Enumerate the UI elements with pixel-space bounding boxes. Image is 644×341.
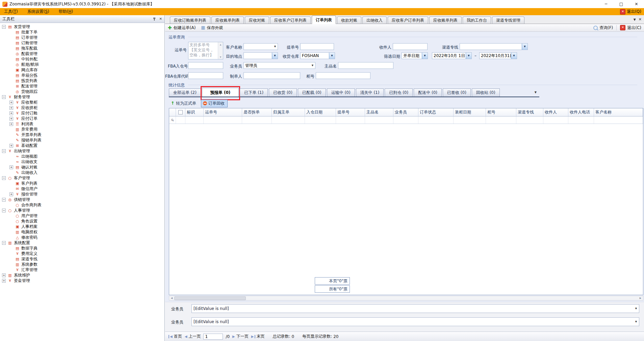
fba-no-input[interactable] — [188, 62, 223, 69]
tree-item[interactable]: +¥应收整柜 — [0, 100, 164, 105]
column-header[interactable]: 运单号 — [204, 108, 242, 116]
create-waybill-button[interactable]: ✚ 创建运单(A) — [168, 25, 196, 31]
collapse-expander-icon[interactable]: − — [2, 198, 6, 202]
collapse-expander-icon[interactable]: − — [2, 25, 6, 29]
column-header[interactable]: 归属主单 — [272, 108, 305, 116]
expand-expander-icon[interactable]: + — [9, 106, 13, 110]
salesman-edit-combo[interactable]: [EditValue is null] ▼ — [191, 317, 639, 326]
stat-tab[interactable]: 运输中 (0) — [327, 88, 355, 97]
column-header[interactable]: 柜号 — [486, 108, 516, 116]
salesman-edit-combo[interactable]: [EditValue is null] ▼ — [191, 304, 639, 313]
select-all-checkbox[interactable] — [178, 110, 183, 114]
sidebar-close-icon[interactable]: ✕ — [159, 17, 162, 21]
tab-10[interactable]: 我的工作台 — [463, 17, 491, 24]
tree-item[interactable]: ▥异常费用 — [0, 127, 164, 132]
container-no-input[interactable] — [316, 72, 370, 79]
tree-item[interactable]: ¥费用定义 — [0, 251, 164, 256]
stat-tabs-dropdown-icon[interactable]: ▼ — [532, 91, 539, 94]
stat-tab[interactable]: 已下单 (1) — [240, 88, 268, 97]
tree-item[interactable]: −¥出纳管理 — [0, 148, 164, 154]
tab-3[interactable]: 应收对账 — [245, 17, 269, 24]
chevron-down-icon[interactable]: ▼ — [633, 318, 639, 326]
tree-item[interactable]: ▣人事档案 — [0, 224, 164, 229]
page-number-input[interactable]: 1 — [203, 334, 223, 340]
chevron-down-icon[interactable]: ▼ — [273, 44, 278, 50]
tree-item[interactable]: ▥系统参数 — [0, 262, 164, 267]
tree-item[interactable]: ▤中转外配 — [0, 56, 164, 62]
expand-expander-icon[interactable]: + — [9, 144, 13, 148]
stat-tab[interactable]: 预报单 (0) — [202, 88, 239, 97]
tab-close-icon[interactable]: ✕ — [639, 17, 642, 22]
tree-item[interactable]: ▤渠道专线 — [0, 256, 164, 262]
tree-item[interactable]: +▤确认对账 — [0, 164, 164, 170]
menu-item[interactable]: 工具(T) — [4, 9, 18, 15]
tree-item[interactable]: ▤批量下单 — [0, 29, 164, 35]
fba-code-input[interactable] — [188, 72, 223, 79]
tab-1[interactable]: 应收订舱账单列表 — [170, 17, 210, 24]
scroll-right-icon[interactable]: ▶ — [638, 297, 643, 299]
chevron-down-icon[interactable]: ▼ — [329, 53, 335, 59]
stat-tab[interactable]: 配送中 (0) — [414, 88, 442, 97]
collapse-expander-icon[interactable]: − — [2, 176, 6, 180]
filter-cell[interactable] — [486, 116, 516, 124]
filter-cell[interactable] — [365, 116, 393, 124]
stat-tab[interactable]: 全部运单 (2) — [169, 88, 201, 97]
filter-cell[interactable] — [185, 116, 204, 124]
maximize-button-icon[interactable]: □ — [614, 0, 629, 8]
column-header[interactable]: 提单号 — [336, 108, 365, 116]
column-header[interactable]: 标识 — [185, 108, 204, 116]
collapse-expander-icon[interactable]: − — [2, 149, 6, 153]
tree-item[interactable]: +⊞基础配置 — [0, 143, 164, 148]
column-header[interactable]: 收件人电话 — [568, 108, 594, 116]
waybill-no-input[interactable]: 支持多单号【英文逗号，空格，换行】 ▲▼ — [188, 42, 223, 59]
tree-item[interactable]: ◎船期/航班 — [0, 62, 164, 67]
tree-item[interactable]: ○角色设置 — [0, 218, 164, 224]
filter-cell[interactable] — [568, 116, 594, 124]
stat-tab[interactable]: 已到仓 (0) — [385, 88, 413, 97]
tree-item[interactable]: −◎供销管理 — [0, 197, 164, 202]
filter-cell[interactable] — [204, 116, 242, 124]
tree-item[interactable]: ¥汇率管理 — [0, 267, 164, 272]
filter-cell[interactable] — [454, 116, 486, 124]
first-page-button[interactable]: ◀ 首页 — [169, 334, 182, 339]
tab-scroll-down-icon[interactable]: ▼ — [634, 18, 636, 21]
tree-item[interactable]: −¥财务管理 — [0, 94, 164, 100]
receiver-input[interactable] — [393, 43, 428, 50]
query-button[interactable]: 查询(F) — [593, 25, 613, 31]
tree-item[interactable]: ▤数据字典 — [0, 245, 164, 251]
doc-maker-input[interactable] — [243, 72, 300, 79]
tree-item[interactable]: ✎报销单列表 — [0, 137, 164, 143]
column-header[interactable]: 业务员 — [393, 108, 418, 116]
tab-2[interactable]: 应收账单列表 — [211, 17, 244, 24]
last-page-button[interactable]: ▶ 末页 — [251, 334, 265, 339]
next-page-button[interactable]: ▶ 下一页 — [232, 334, 249, 339]
tree-item[interactable]: −○客户管理 — [0, 175, 164, 181]
stat-tab[interactable]: 已签收 (0) — [443, 88, 471, 97]
save-appearance-button[interactable]: ▦ 保存外观 — [201, 25, 223, 31]
salesman-combo[interactable]: 管理员 ▼ — [243, 62, 315, 69]
menu-item[interactable]: 帮助(H) — [59, 9, 73, 15]
stat-tab[interactable]: 回收站 (0) — [472, 88, 500, 97]
expand-expander-icon[interactable]: + — [2, 279, 6, 283]
tree-item[interactable]: ▤单箱分拣 — [0, 73, 164, 78]
stat-tab[interactable]: 清关中 (1) — [356, 88, 384, 97]
tree-item[interactable]: +¥报价管理 — [0, 191, 164, 197]
tab-9[interactable]: 应收账单列表 — [429, 17, 462, 24]
channel-combo[interactable]: ▼ — [460, 43, 528, 50]
tab-8[interactable]: 应收客户订单列表 — [388, 17, 428, 24]
warehouse-combo[interactable]: FOSHAN ▼ — [300, 52, 335, 59]
customer-name-combo[interactable]: ▼ — [243, 43, 278, 50]
tree-item[interactable]: ◎配载管理 — [0, 51, 164, 56]
date-to-picker[interactable]: 2022年10月31日 ▼ — [479, 52, 517, 59]
tab-4[interactable]: 应收客户订单列表 — [270, 17, 311, 24]
order-recycle-button[interactable]: 订单回收 — [201, 100, 228, 107]
calendar-dropdown-icon[interactable]: ▼ — [511, 53, 517, 59]
chevron-down-icon[interactable]: ▼ — [272, 53, 278, 59]
filter-cell[interactable] — [543, 116, 568, 124]
tree-item[interactable]: ▤订单管理 — [0, 35, 164, 40]
chevron-down-icon[interactable]: ▼ — [310, 62, 315, 69]
tree-item[interactable]: ▣网点库存 — [0, 67, 164, 73]
expand-expander-icon[interactable]: + — [9, 122, 13, 126]
tree-item[interactable]: ≈出纳收支 — [0, 159, 164, 164]
tree-item[interactable]: −▤发货管理 — [0, 24, 164, 29]
